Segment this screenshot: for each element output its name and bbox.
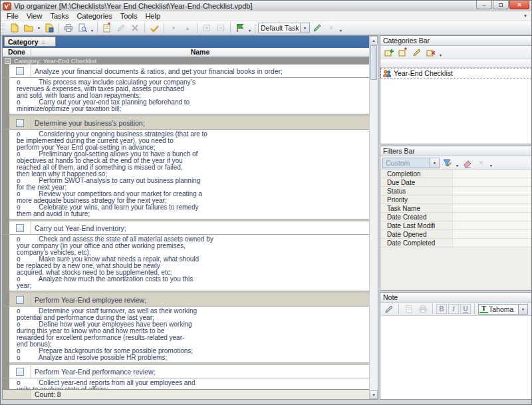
category-name-cell[interactable]: Year-End Checklist — [380, 68, 531, 78]
menu-item[interactable]: File — [3, 11, 23, 21]
task-row[interactable]: Carry out Year-End inventory; — [3, 221, 369, 235]
note-row[interactable]: o Determine your staff turnover, as well… — [3, 307, 369, 362]
open-database-dropdown[interactable]: ▼ — [36, 22, 42, 34]
italic-button[interactable]: I — [448, 304, 459, 314]
task-checkbox[interactable] — [16, 368, 24, 376]
default-task-combo[interactable]: Default Task ▼ — [258, 23, 310, 33]
menu-item[interactable]: Tools — [116, 11, 142, 21]
save-filter-button[interactable] — [441, 157, 454, 168]
underline-button[interactable]: U — [460, 304, 471, 314]
filter-value-field[interactable] — [452, 213, 531, 221]
task-row[interactable]: Determine your business’s position; — [3, 116, 369, 130]
delete-filter-button[interactable]: ✕ — [475, 157, 487, 168]
note-content[interactable] — [380, 316, 531, 399]
delete-category-button[interactable] — [424, 47, 437, 58]
add-category-button[interactable] — [382, 47, 395, 58]
maximize-button[interactable] — [493, 1, 509, 9]
new-task-button[interactable]: * — [100, 22, 114, 34]
filter-value-field[interactable] — [452, 196, 531, 203]
clear-filter-button[interactable] — [461, 157, 473, 168]
menubar-overflow-icon[interactable]: ▼ — [523, 14, 529, 18]
note-row[interactable]: o Considering your ongoing business stra… — [3, 130, 369, 219]
group-by-category-button[interactable]: Category △ — [4, 37, 56, 47]
note-row[interactable]: o Collect year-end reports from all your… — [3, 378, 369, 389]
filter-value-field[interactable] — [452, 170, 531, 178]
edit-pen-icon — [116, 23, 126, 33]
scroll-up-button[interactable]: ▲ — [370, 36, 378, 45]
filter-preset-arrow[interactable]: ▼ — [430, 158, 439, 168]
note-row[interactable]: o This process may include calculating y… — [3, 78, 369, 114]
collapse-all-button[interactable] — [214, 22, 227, 34]
font-combo-arrow[interactable]: ▼ — [518, 305, 527, 314]
task-checkbox[interactable] — [16, 119, 24, 127]
filter-value-field[interactable] — [452, 204, 531, 212]
print-group-more[interactable]: ▼ — [90, 22, 94, 34]
category-group-row[interactable]: – Category: Year-End Checklist — [3, 57, 369, 65]
filter-value-field[interactable] — [452, 187, 531, 195]
close-icon: ✕ — [517, 2, 522, 8]
menu-item[interactable]: Categories — [73, 11, 116, 21]
categories-list: Un... T... Year-End Checklist 8 8 — [380, 59, 531, 144]
filter-row: Due Date ▼ — [380, 178, 531, 187]
toolbar-grip[interactable] — [3, 23, 5, 33]
default-task-group-more[interactable]: ▼ — [338, 22, 343, 34]
insert-default-task-button[interactable] — [311, 22, 324, 34]
group-collapse-icon[interactable]: – — [5, 58, 11, 64]
print-preview-button[interactable] — [76, 22, 89, 34]
move-down-button[interactable]: ▼ — [167, 22, 180, 34]
edit-task-button[interactable] — [114, 22, 128, 34]
filter-label: Due Date — [380, 179, 452, 186]
default-task-combo-arrow[interactable]: ▼ — [300, 23, 309, 33]
filter-value-field[interactable] — [452, 221, 531, 229]
expand-all-button[interactable] — [200, 22, 213, 34]
task-checkbox[interactable] — [16, 296, 24, 304]
menu-item[interactable]: View — [23, 11, 47, 21]
scroll-track[interactable] — [370, 80, 378, 390]
column-header-done[interactable]: Done — [3, 48, 31, 57]
filter-preset-combo[interactable]: Custom ▼ — [382, 158, 440, 168]
edit-category-button[interactable] — [410, 47, 423, 58]
move-up-button[interactable]: ▲ — [181, 22, 194, 34]
delete-task-button[interactable] — [128, 22, 142, 34]
complete-task-button[interactable] — [148, 22, 161, 34]
print-button[interactable] — [62, 22, 75, 34]
remove-default-task-button[interactable]: ✕ — [325, 22, 338, 34]
filters-toolbar-more[interactable]: ▼ — [489, 157, 493, 169]
delete-x-icon — [130, 23, 140, 33]
new-database-button[interactable] — [8, 22, 21, 34]
filters-bar-panel: Filters Bar ✕ Custom ▼ ▼ ✕ — [380, 146, 531, 291]
categories-toolbar-more[interactable]: ▼ — [438, 47, 443, 59]
filter-value-field[interactable] — [452, 239, 531, 247]
filter-value-field[interactable] — [452, 230, 531, 238]
task-row[interactable]: Perform Year-End employee review; — [3, 293, 369, 307]
font-combo[interactable]: T Tahoma ▼ — [478, 304, 528, 315]
flag-group-more[interactable]: ▼ — [247, 22, 252, 34]
title-bar: Vip organizer [M:\Checklists\Year End Ch… — [1, 1, 531, 11]
scroll-thumb[interactable] — [370, 45, 377, 80]
open-database-button[interactable] — [22, 22, 35, 34]
menu-item[interactable]: Tasks — [46, 11, 72, 21]
save-database-button[interactable] — [43, 22, 56, 34]
add-subcategory-button[interactable]: * — [396, 47, 409, 58]
filter-value-field[interactable] — [452, 178, 531, 186]
task-list-scrollbar[interactable]: ▲ ▼ — [369, 36, 378, 399]
task-checkbox[interactable] — [16, 224, 24, 232]
print-note-button[interactable] — [416, 303, 429, 315]
note-row[interactable]: o Check and assess the state of all mate… — [3, 235, 369, 291]
group-indent-strip — [3, 378, 9, 389]
edit-note-button[interactable] — [382, 303, 395, 315]
save-filter-more[interactable]: ▼ — [455, 157, 460, 169]
view-filter-flag-button[interactable] — [233, 22, 247, 34]
bold-button[interactable]: B — [436, 304, 447, 314]
category-row[interactable]: Year-End Checklist 8 8 — [380, 68, 531, 78]
task-row[interactable]: Analyze your financial documents & ratio… — [3, 65, 369, 78]
close-button[interactable]: ✕ — [509, 1, 529, 9]
minimize-button[interactable]: – — [476, 1, 492, 9]
note-panel: Note ✕ B I U — [380, 292, 531, 400]
menu-item[interactable]: Help — [141, 11, 164, 21]
column-header-name[interactable]: Name — [31, 48, 369, 57]
task-checkbox[interactable] — [16, 67, 24, 75]
task-row[interactable]: Perform Year-End performance review; — [3, 365, 369, 378]
insert-note-button[interactable] — [402, 303, 415, 315]
scroll-down-button[interactable]: ▼ — [370, 390, 378, 399]
